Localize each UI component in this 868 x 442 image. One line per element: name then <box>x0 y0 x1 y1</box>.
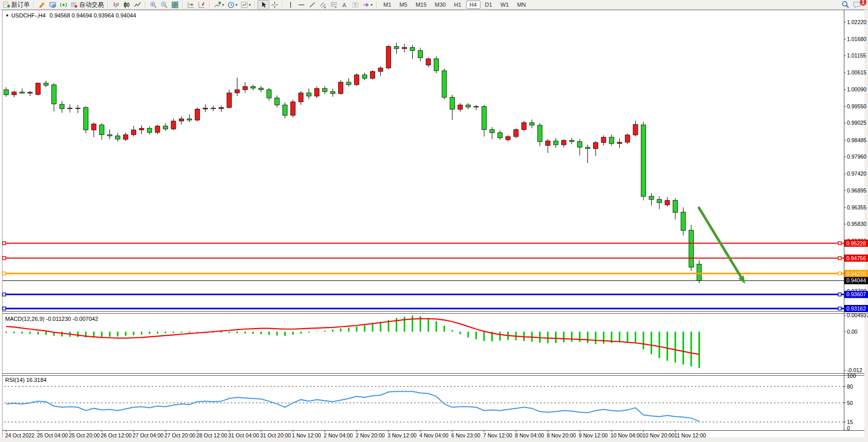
horizontal-line-tool-button[interactable] <box>296 1 307 9</box>
signal-button[interactable] <box>58 1 69 9</box>
candle-body[interactable] <box>450 98 455 109</box>
candle-body[interactable] <box>697 264 701 280</box>
candle-body[interactable] <box>594 143 598 149</box>
timeframe-button-w1[interactable]: W1 <box>497 1 513 9</box>
line-handle[interactable] <box>3 257 6 260</box>
line-handle[interactable] <box>838 307 841 310</box>
candle-body[interactable] <box>601 137 606 142</box>
candle-body[interactable] <box>362 75 367 79</box>
candle-body[interactable] <box>163 126 168 129</box>
candle-body[interactable] <box>36 83 41 94</box>
candle-body[interactable] <box>20 92 25 93</box>
text-tool-button[interactable]: A <box>339 1 350 9</box>
new-order-button[interactable]: 新订单 <box>1 1 31 9</box>
channel-tool-button[interactable]: E <box>318 1 328 9</box>
line-handle[interactable] <box>838 272 841 275</box>
candle-body[interactable] <box>147 128 152 132</box>
trend-arrow-annotation[interactable] <box>698 207 741 277</box>
timeframe-button-h1[interactable]: H1 <box>450 1 465 9</box>
candle-body[interactable] <box>418 50 423 57</box>
timeframe-button-mn[interactable]: MN <box>513 1 529 9</box>
candle-body[interactable] <box>60 104 64 109</box>
candle-body[interactable] <box>28 92 32 93</box>
candle-body[interactable] <box>657 200 662 203</box>
auto-scroll-button[interactable] <box>196 1 207 9</box>
candle-body[interactable] <box>673 200 678 212</box>
candle-body[interactable] <box>187 119 192 120</box>
candle-body[interactable] <box>625 135 630 142</box>
candle-body[interactable] <box>553 141 558 145</box>
candle-body[interactable] <box>100 125 104 134</box>
chart-canvas[interactable]: 1.022201.016801.011551.006151.000900.995… <box>0 10 868 442</box>
candle-body[interactable] <box>323 88 327 91</box>
candle-body[interactable] <box>442 71 447 98</box>
candle-body[interactable] <box>68 108 72 109</box>
market-depth-button[interactable] <box>36 1 47 9</box>
candle-body[interactable] <box>346 82 351 85</box>
candle-body[interactable] <box>123 134 128 139</box>
candle-body[interactable] <box>243 87 248 90</box>
candle-body[interactable] <box>633 125 638 135</box>
line-handle[interactable] <box>3 307 6 310</box>
candle-body[interactable] <box>434 59 439 70</box>
candle-body[interactable] <box>315 88 319 96</box>
templates-button[interactable]: ▾ <box>239 1 252 9</box>
candle-body[interactable] <box>330 92 335 94</box>
candle-body[interactable] <box>530 123 534 125</box>
trendline-tool-button[interactable] <box>307 1 318 9</box>
candle-body[interactable] <box>585 147 590 148</box>
candle-body[interactable] <box>514 129 519 137</box>
candle-body[interactable] <box>386 46 391 68</box>
candle-body[interactable] <box>235 90 239 93</box>
candle-body[interactable] <box>179 119 184 121</box>
bar-chart-button[interactable] <box>110 1 121 9</box>
fibonacci-tool-button[interactable]: F <box>328 1 339 9</box>
candle-body[interactable] <box>562 140 566 145</box>
candlestick-chart-button[interactable] <box>121 1 132 9</box>
line-chart-button[interactable] <box>132 1 143 9</box>
chart-collapse-icon[interactable]: ▼ <box>5 13 9 18</box>
candle-body[interactable] <box>546 141 550 146</box>
candle-body[interactable] <box>203 108 208 109</box>
zoom-in-button[interactable] <box>148 1 159 9</box>
notification-badge[interactable]: 1 <box>859 0 867 6</box>
chart-shift-button[interactable] <box>186 1 196 9</box>
candle-body[interactable] <box>171 121 176 129</box>
candle-body[interactable] <box>665 200 670 205</box>
line-handle[interactable] <box>838 257 841 260</box>
candle-body[interactable] <box>259 88 264 90</box>
candle-body[interactable] <box>195 109 200 120</box>
candle-body[interactable] <box>219 107 224 108</box>
candle-body[interactable] <box>482 106 487 129</box>
candle-body[interactable] <box>299 93 303 102</box>
candle-body[interactable] <box>641 125 646 196</box>
candle-body[interactable] <box>578 142 582 147</box>
chart-title[interactable]: ▼USDCHF-,H40.94568 0.94694 0.93964 0.940… <box>5 12 136 18</box>
line-handle[interactable] <box>838 242 841 245</box>
timeframe-button-m5[interactable]: M5 <box>396 1 411 9</box>
candle-body[interactable] <box>139 128 144 130</box>
candle-body[interactable] <box>52 85 57 104</box>
timeframe-button-d1[interactable]: D1 <box>482 1 496 9</box>
candle-body[interactable] <box>378 68 383 71</box>
candle-body[interactable] <box>506 137 510 140</box>
candle-body[interactable] <box>227 93 232 107</box>
candle-body[interactable] <box>84 107 88 130</box>
search-button[interactable] <box>840 1 851 9</box>
candle-body[interactable] <box>251 87 255 88</box>
candle-body[interactable] <box>371 71 375 79</box>
candle-body[interactable] <box>681 212 686 230</box>
candle-body[interactable] <box>355 75 359 85</box>
line-handle[interactable] <box>838 293 841 296</box>
candle-body[interactable] <box>474 106 478 107</box>
candle-body[interactable] <box>283 105 287 115</box>
candle-body[interactable] <box>275 98 280 105</box>
candle-body[interactable] <box>76 108 80 109</box>
candle-body[interactable] <box>307 93 311 96</box>
zoom-out-button[interactable] <box>159 1 170 9</box>
timeframe-button-m1[interactable]: M1 <box>380 1 395 9</box>
market-watch-button[interactable] <box>47 1 58 9</box>
periods-button[interactable]: ▾ <box>226 1 239 9</box>
indicators-button[interactable]: ▾ <box>212 1 226 9</box>
candle-body[interactable] <box>490 129 494 132</box>
